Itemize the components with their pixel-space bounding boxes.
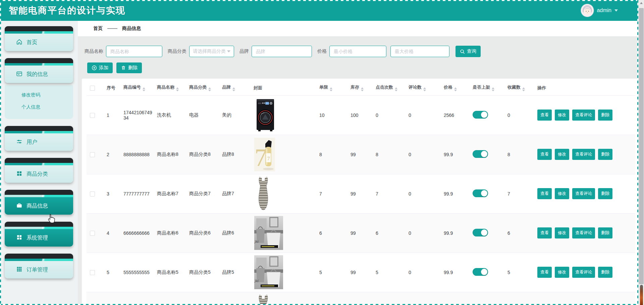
select-all-checkbox[interactable] bbox=[90, 86, 95, 91]
cell-comments: 0 bbox=[405, 213, 440, 253]
column-header-comments[interactable]: 评论数 bbox=[405, 81, 440, 95]
column-header-clicks[interactable]: 点击次数 bbox=[372, 81, 405, 95]
delete-button[interactable]: 删除 bbox=[598, 267, 612, 278]
column-header-code[interactable]: 商品编号 bbox=[120, 81, 154, 95]
sort-carets-icon[interactable] bbox=[361, 87, 364, 91]
onsale-toggle[interactable] bbox=[473, 268, 488, 276]
plus-circle-icon bbox=[92, 65, 97, 71]
column-header-onsale[interactable]: 是否上架 bbox=[469, 81, 504, 95]
view-button[interactable]: 查看 bbox=[537, 227, 552, 238]
column-header-name[interactable]: 商品名称 bbox=[154, 81, 186, 95]
min-price-input[interactable] bbox=[329, 46, 386, 57]
sidebar-item-label: 用户 bbox=[26, 139, 37, 146]
sort-carets-icon[interactable] bbox=[492, 87, 494, 91]
edit-button[interactable]: 修改 bbox=[555, 267, 569, 278]
row-checkbox[interactable] bbox=[90, 152, 95, 157]
cell-code: 7777777777 bbox=[120, 174, 154, 213]
sidebar-subitem-personal-info[interactable]: 个人信息 bbox=[5, 104, 73, 116]
column-header-brand[interactable]: 品牌 bbox=[219, 81, 250, 95]
scrollbar-up-arrow-icon[interactable] bbox=[640, 2, 643, 4]
sort-carets-icon[interactable] bbox=[395, 87, 397, 91]
product-name-input[interactable] bbox=[106, 46, 162, 57]
cell-limit: 5 bbox=[316, 253, 347, 292]
sort-carets-icon[interactable] bbox=[176, 87, 179, 91]
row-checkbox[interactable] bbox=[90, 231, 95, 236]
sidebar-item-order-management[interactable]: 订单管理 bbox=[5, 254, 73, 278]
view-button[interactable]: 查看 bbox=[537, 149, 552, 160]
cell-comments: 0 bbox=[405, 253, 440, 292]
sort-carets-icon[interactable] bbox=[522, 87, 525, 91]
scrollbar-thumb[interactable] bbox=[639, 8, 644, 284]
cell-checkbox bbox=[87, 213, 103, 253]
products-table-card: 序号商品编号商品名称商品分类品牌封面单限库存点击次数评论数价格是否上架收藏数操作… bbox=[82, 79, 640, 305]
brand-input[interactable] bbox=[252, 46, 312, 57]
view-button[interactable]: 查看 bbox=[537, 188, 552, 199]
table-row bbox=[87, 292, 635, 305]
max-price-input[interactable] bbox=[390, 46, 449, 57]
search-button[interactable]: 查询 bbox=[455, 46, 481, 57]
cell-favorites: 7 bbox=[504, 174, 534, 213]
onsale-toggle[interactable] bbox=[473, 111, 488, 119]
sidebar-item-home[interactable]: 首页 bbox=[5, 26, 73, 51]
cell-stock: 99 bbox=[347, 135, 372, 174]
edit-button[interactable]: 修改 bbox=[555, 188, 569, 199]
column-label: 商品分类 bbox=[189, 85, 207, 90]
breadcrumb: 首页 商品信息 bbox=[78, 21, 644, 36]
column-header-price[interactable]: 价格 bbox=[440, 81, 469, 95]
delete-button[interactable]: 删除 bbox=[598, 227, 612, 238]
view-comments-button[interactable]: 查看评论 bbox=[572, 110, 595, 121]
sort-carets-icon[interactable] bbox=[330, 87, 332, 91]
sidebar-item-system-management[interactable]: 系统管理 bbox=[5, 222, 73, 247]
sidebar-item-product-category[interactable]: 商品分类 bbox=[5, 158, 73, 183]
delete-button[interactable]: 删除 bbox=[598, 110, 612, 121]
page-scrollbar[interactable] bbox=[638, 0, 644, 305]
column-header-favorites[interactable]: 收藏数 bbox=[504, 81, 534, 95]
view-comments-button[interactable]: 查看评论 bbox=[572, 267, 595, 278]
row-checkbox[interactable] bbox=[90, 191, 95, 197]
cell-actions: 查看修改查看评论删除 bbox=[534, 135, 635, 174]
column-header-stock[interactable]: 库存 bbox=[347, 81, 372, 95]
view-comments-button[interactable]: 查看评论 bbox=[572, 149, 595, 160]
edit-button[interactable]: 修改 bbox=[555, 227, 569, 238]
sidebar-item-users[interactable]: 用户 bbox=[5, 126, 73, 151]
cell-onsale bbox=[469, 253, 504, 292]
view-button[interactable]: 查看 bbox=[537, 110, 552, 121]
sidebar-subitem-change-password[interactable]: 修改密码 bbox=[5, 92, 73, 104]
onsale-toggle[interactable] bbox=[473, 189, 488, 197]
row-checkbox[interactable] bbox=[90, 113, 95, 118]
sort-carets-icon[interactable] bbox=[454, 87, 457, 91]
sidebar-item-accent-stripe bbox=[5, 31, 73, 34]
column-header-category[interactable]: 商品分类 bbox=[186, 81, 219, 95]
delete-button[interactable]: 删除 bbox=[598, 188, 612, 199]
onsale-toggle[interactable] bbox=[473, 150, 488, 158]
svg-text:)ki: )ki bbox=[254, 239, 259, 244]
sort-carets-icon[interactable] bbox=[232, 87, 235, 91]
cell-price: 99.9 bbox=[440, 174, 469, 213]
view-comments-button[interactable]: 查看评论 bbox=[572, 227, 595, 238]
sidebar-item-product-info[interactable]: 商品信息 bbox=[5, 190, 73, 215]
table-row: 37777777777商品名称7商品分类7品牌7 7997099.97查看修改查… bbox=[87, 174, 635, 213]
category-select[interactable]: 请选择商品分类 bbox=[189, 46, 234, 57]
cell-price bbox=[440, 292, 469, 305]
breadcrumb-home[interactable]: 首页 bbox=[93, 26, 103, 32]
cell-actions bbox=[534, 292, 635, 305]
view-button[interactable]: 查看 bbox=[537, 267, 552, 278]
add-button[interactable]: 添加 bbox=[87, 62, 113, 73]
column-label: 单限 bbox=[319, 85, 328, 90]
delete-button[interactable]: 删除 bbox=[116, 62, 142, 73]
delete-button[interactable]: 删除 bbox=[598, 149, 612, 160]
sliders-icon bbox=[16, 138, 22, 146]
user-menu[interactable]: admin bbox=[581, 4, 618, 17]
sort-carets-icon[interactable] bbox=[143, 87, 145, 91]
column-label: 评论数 bbox=[409, 85, 422, 90]
edit-button[interactable]: 修改 bbox=[555, 110, 569, 121]
sort-carets-icon[interactable] bbox=[423, 87, 426, 91]
column-header-limit[interactable]: 单限 bbox=[316, 81, 347, 95]
view-comments-button[interactable]: 查看评论 bbox=[572, 188, 595, 199]
row-checkbox[interactable] bbox=[90, 270, 95, 275]
sidebar-item-accent-stripe bbox=[5, 63, 73, 66]
sort-carets-icon[interactable] bbox=[208, 87, 211, 91]
sidebar-item-my-info[interactable]: 我的信息 bbox=[5, 58, 73, 83]
onsale-toggle[interactable] bbox=[473, 229, 488, 236]
edit-button[interactable]: 修改 bbox=[555, 149, 569, 160]
